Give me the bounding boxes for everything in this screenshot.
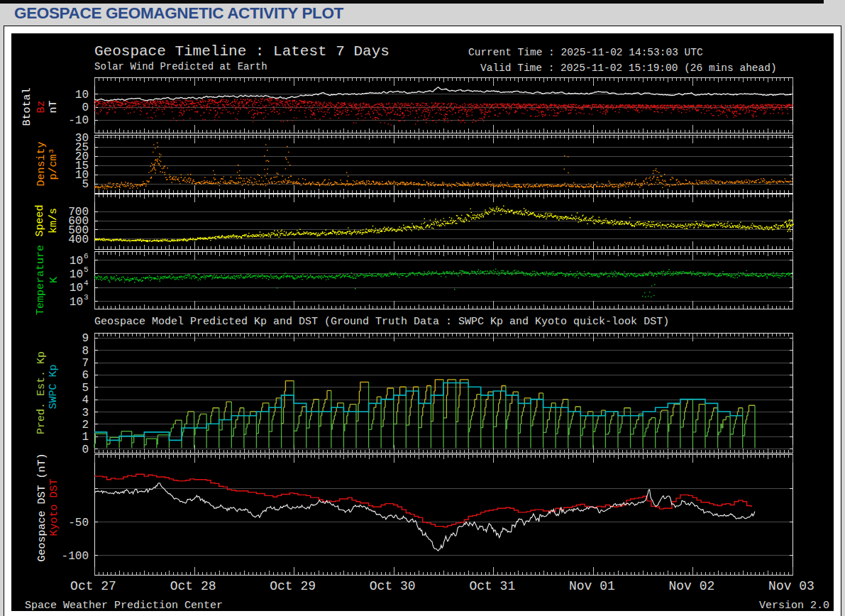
svg-text:Pred. Est. Kp: Pred. Est. Kp — [35, 351, 48, 434]
svg-text:Btotal: Btotal — [21, 87, 33, 126]
svg-text:km/s: km/s — [48, 208, 60, 233]
svg-text:7: 7 — [82, 357, 89, 370]
svg-text:1: 1 — [82, 431, 89, 444]
svg-text:4: 4 — [82, 394, 89, 407]
svg-text:Temperature: Temperature — [35, 245, 47, 315]
svg-text:-10: -10 — [68, 114, 89, 127]
svg-text:Geospace Timeline : Latest 7 D: Geospace Timeline : Latest 7 Days — [94, 43, 390, 60]
svg-text:5: 5 — [82, 382, 89, 395]
svg-text:5: 5 — [82, 178, 89, 191]
svg-text:Current Time : 2025-11-02 14:5: Current Time : 2025-11-02 14:53:03 UTC — [468, 47, 703, 58]
svg-text:8: 8 — [82, 345, 89, 358]
svg-text:Oct 28: Oct 28 — [170, 579, 216, 593]
svg-text:Oct 27: Oct 27 — [70, 579, 116, 593]
svg-text:Solar Wind Predicted at Earth: Solar Wind Predicted at Earth — [94, 61, 267, 72]
svg-text:Geospace Model Predicted Kp an: Geospace Model Predicted Kp and DST (Gro… — [94, 316, 669, 328]
svg-text:Nov 02: Nov 02 — [668, 579, 714, 593]
svg-text:5: 5 — [84, 265, 89, 274]
svg-text:SWPC Kp: SWPC Kp — [48, 364, 60, 409]
svg-text:Nov 01: Nov 01 — [569, 579, 615, 593]
svg-text:3: 3 — [84, 293, 89, 302]
svg-text:nT: nT — [48, 100, 60, 113]
svg-text:-50: -50 — [68, 517, 89, 529]
svg-text:4: 4 — [84, 279, 89, 287]
svg-text:0: 0 — [82, 101, 89, 114]
svg-text:10: 10 — [70, 282, 83, 295]
svg-text:0: 0 — [82, 444, 89, 456]
svg-text:3: 3 — [82, 407, 89, 419]
svg-text:9: 9 — [82, 332, 89, 345]
svg-text:Oct 30: Oct 30 — [370, 579, 416, 593]
svg-text:Geospace DST (nT): Geospace DST (nT) — [36, 453, 48, 561]
svg-text:Oct 31: Oct 31 — [469, 579, 515, 593]
svg-text:p/cm³: p/cm³ — [48, 148, 60, 180]
svg-text:Version 2.0: Version 2.0 — [759, 600, 829, 611]
svg-text:Space Weather Prediction Cente: Space Weather Prediction Center — [25, 600, 223, 611]
svg-text:10: 10 — [70, 268, 83, 281]
svg-text:Oct 29: Oct 29 — [270, 579, 316, 593]
svg-text:6: 6 — [84, 252, 89, 260]
svg-text:Density: Density — [35, 141, 48, 186]
svg-text:10: 10 — [70, 296, 83, 309]
svg-text:Kyoto DST: Kyoto DST — [48, 478, 60, 536]
svg-text:6: 6 — [82, 369, 89, 382]
svg-text:Valid Time : 2025-11-02 15:19:: Valid Time : 2025-11-02 15:19:00 (26 min… — [480, 62, 777, 74]
svg-text:10: 10 — [70, 255, 83, 268]
svg-text:Nov 03: Nov 03 — [768, 579, 814, 593]
svg-text:-100: -100 — [62, 550, 89, 563]
svg-text:K: K — [48, 277, 60, 283]
svg-text:Speed: Speed — [34, 204, 46, 236]
svg-text:400: 400 — [68, 233, 89, 246]
svg-text:2: 2 — [82, 419, 89, 431]
svg-text:Bz: Bz — [35, 100, 48, 113]
svg-text:10: 10 — [75, 89, 89, 101]
